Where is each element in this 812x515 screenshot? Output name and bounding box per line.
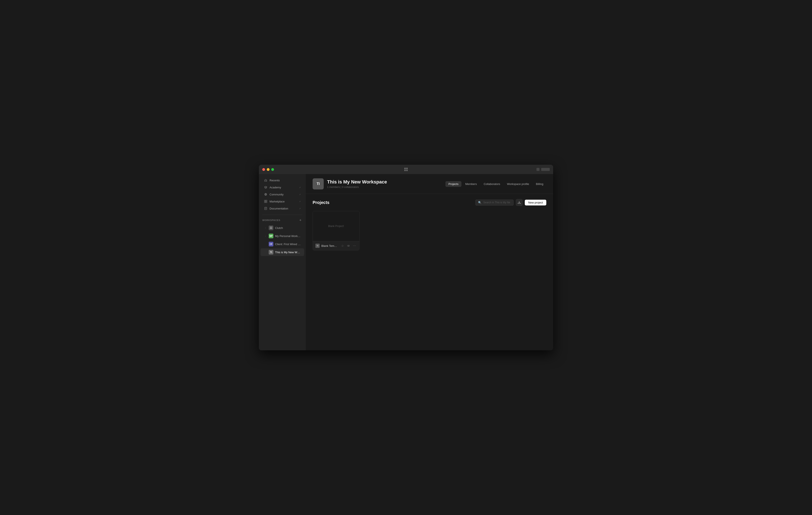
sidebar-item-recents-label: Recents [269,179,280,182]
svg-rect-0 [404,168,406,169]
add-workspace-button[interactable]: + [298,218,302,222]
clutch-name: Clutch [275,226,301,229]
svg-rect-3 [406,170,408,171]
sidebar-item-clutch[interactable]: › Clutch [261,224,304,232]
title-bar [259,165,553,174]
tab-billing[interactable]: Billing [533,181,546,187]
svg-rect-11 [271,227,272,228]
docs-icon [264,207,267,210]
svg-rect-6 [266,200,267,201]
svg-rect-1 [406,168,408,169]
project-card-blank-template[interactable]: Blank Project! TI Blank Template ☆ [313,211,359,250]
chevron-icon-mp: › [264,235,267,238]
svg-rect-8 [266,201,267,203]
star-button[interactable]: ☆ [340,243,345,248]
globe-icon [264,193,267,196]
project-cards-grid: Blank Project! TI Blank Template ☆ [313,211,546,250]
workspace-meta: 1 members | 0 collaborators [327,186,442,189]
projects-header: Projects 🔍 Search in This is My Ne [313,199,546,206]
app-window: Recents Academy ↗ [259,165,553,350]
search-placeholder: Search in This is My Ne [483,201,510,204]
search-icon: 🔍 [478,201,482,204]
marketplace-icon [264,200,267,203]
external-link-icon: ↗ [299,186,301,189]
projects-area: Projects 🔍 Search in This is My Ne [306,194,553,350]
svg-rect-10 [270,227,271,228]
project-card-preview: Blank Project! [313,211,359,241]
sidebar-item-this-is-my[interactable]: TI This is My New Workspace [261,248,304,256]
tab-workspace-profile[interactable]: Workspace profile [504,181,532,187]
marketplace-external-icon: ↗ [299,200,301,203]
title-bar-btn-1 [536,168,540,171]
tab-members[interactable]: Members [462,181,480,187]
chevron-icon-clutch: › [264,226,267,229]
workspace-nav: Projects Members Collaborators Workspace… [445,181,546,187]
workspaces-header: Workspaces + [259,217,306,224]
sidebar: Recents Academy ↗ [259,174,306,350]
more-button[interactable]: ⋯ [352,243,357,248]
mp-avatar: MP [269,234,273,238]
sidebar-divider [262,215,302,215]
ti-avatar: TI [269,250,273,254]
sidebar-nav: Recents Academy ↗ [259,176,306,213]
svg-rect-12 [270,228,271,229]
sidebar-item-my-personal[interactable]: › MP My Personal Workspace [261,232,304,240]
tab-projects[interactable]: Projects [445,181,461,187]
project-card-footer: TI Blank Template ☆ [313,241,359,250]
app-icon [404,167,408,171]
sidebar-item-marketplace-label: Marketplace [269,200,285,203]
projects-title: Projects [313,200,329,205]
project-actions: ☆ ⋯ [340,243,357,248]
sidebar-item-documentation-label: Documentation [269,207,288,210]
sidebar-item-community-label: Community [269,193,284,196]
clutch-avatar [269,225,273,230]
title-bar-right [536,168,550,171]
preview-button[interactable] [346,243,351,248]
svg-rect-7 [264,201,265,203]
workspace-title: This is My New Workspace [327,179,442,185]
sidebar-item-recents[interactable]: Recents [261,177,304,184]
title-bar-btn-2 [541,168,550,171]
ti-name: This is My New Workspace [275,251,301,254]
import-button[interactable] [516,199,523,206]
svg-rect-2 [404,170,406,171]
svg-rect-13 [271,228,272,229]
workspaces-label: Workspaces [262,219,280,221]
search-box[interactable]: 🔍 Search in This is My Ne [475,199,514,206]
home-icon [264,179,267,182]
workspace-avatar-large: TI [313,178,324,189]
mp-name: My Personal Workspace [275,235,301,238]
content: TI This is My New Workspace 1 members | … [306,174,553,350]
tab-collaborators[interactable]: Collaborators [481,181,503,187]
minimize-button[interactable] [267,168,269,171]
cf-avatar: CF [269,242,273,246]
maximize-button[interactable] [271,168,274,171]
sidebar-item-documentation[interactable]: Documentation ↗ [261,205,304,212]
close-button[interactable] [262,168,265,171]
docs-external-icon: ↗ [299,207,301,210]
project-preview-label: Blank Project! [328,225,344,227]
workspace-header: TI This is My New Workspace 1 members | … [306,174,553,194]
sidebar-item-client-first[interactable]: CF Client: First Wired Bank [261,240,304,248]
svg-rect-5 [264,200,265,201]
community-external-icon: ↗ [299,193,301,196]
sidebar-item-academy[interactable]: Academy ↗ [261,184,304,191]
sidebar-item-academy-label: Academy [269,186,281,189]
workspace-info: This is My New Workspace 1 members | 0 c… [327,179,442,189]
projects-actions: 🔍 Search in This is My Ne New project [475,199,546,206]
project-avatar: TI [315,244,320,248]
project-name: Blank Template [321,244,339,247]
title-bar-center [404,167,408,171]
cf-name: Client: First Wired Bank [275,243,301,246]
main-layout: Recents Academy ↗ [259,174,553,350]
academy-icon [264,186,267,189]
svg-point-15 [348,246,349,246]
sidebar-item-marketplace[interactable]: Marketplace ↗ [261,198,304,205]
traffic-lights [262,168,274,171]
sidebar-item-community[interactable]: Community ↗ [261,191,304,198]
new-project-button[interactable]: New project [525,200,546,206]
